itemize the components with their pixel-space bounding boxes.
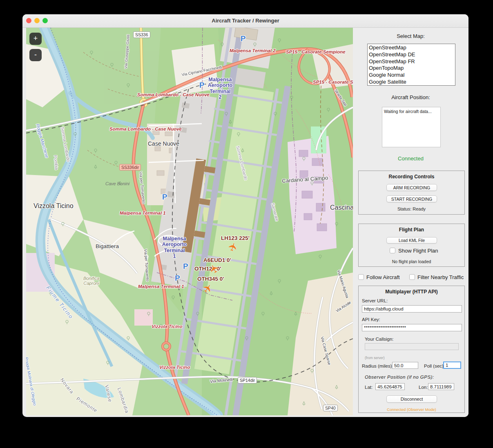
map-option[interactable]: OpenStreetMap FR <box>369 58 455 65</box>
lat-input[interactable] <box>375 383 405 390</box>
radius-input[interactable] <box>392 362 418 369</box>
callsign-hint: (from server) <box>365 356 385 360</box>
map-select-listbox[interactable]: OpenStreetMap OpenStreetMap DE OpenStree… <box>367 44 455 86</box>
filter-traffic-checkbox[interactable] <box>409 274 415 280</box>
recording-controls-title: Recording Controls <box>359 174 464 180</box>
recording-controls-group: Recording Controls ARM RECORDING START R… <box>358 171 465 215</box>
app-window: Aircraft Tracker / Rewinger <box>22 14 468 417</box>
map-zoom-out-button[interactable]: - <box>29 49 42 61</box>
poll-label: Poll (sec): <box>424 364 445 368</box>
map-option[interactable]: Google Satellite <box>369 79 455 86</box>
filter-traffic-label: Filter Nearby Traffic <box>417 274 464 280</box>
map-canvas <box>26 28 353 415</box>
lon-label: Lon: <box>419 385 428 390</box>
follow-aircraft-label: Follow Aircraft <box>366 274 400 280</box>
connection-status: Connected <box>353 155 468 162</box>
arm-recording-button[interactable]: ARM RECORDING <box>386 184 437 191</box>
api-key-input[interactable] <box>362 324 462 331</box>
multiplayer-group: Multiplayer (HTTP API) Server URL: API K… <box>358 286 465 413</box>
recording-status: Status: Ready <box>359 206 464 211</box>
map-option[interactable]: OpenTopoMap <box>369 65 455 72</box>
callsign-input[interactable] <box>365 343 459 350</box>
map-option[interactable]: OpenStreetMap DE <box>369 51 455 58</box>
lat-label: Lat: <box>365 385 373 390</box>
follow-aircraft-checkbox[interactable] <box>358 274 364 280</box>
server-url-input[interactable] <box>362 305 462 313</box>
disconnect-button[interactable]: Disconnect <box>386 395 437 403</box>
poll-input[interactable] <box>443 362 461 369</box>
lon-input[interactable] <box>428 383 454 390</box>
callsign-label: Your Callsign: <box>365 337 394 342</box>
flight-plan-group: Flight Plan Load KML File Show Flight Pl… <box>358 224 465 267</box>
map-view[interactable]: + - SS336 SS336dir SP14dir SP40 Malpensa… <box>26 28 353 415</box>
map-option[interactable]: Google Normal <box>369 72 455 79</box>
control-panel: Select Map: OpenStreetMap OpenStreetMap … <box>353 28 468 417</box>
show-flight-plan-label: Show Flight Plan <box>398 248 438 254</box>
aircraft-position-box[interactable]: Waiting for aircraft data... <box>382 107 441 147</box>
start-recording-button[interactable]: START RECORDING <box>386 195 437 202</box>
map-zoom-in-button[interactable]: + <box>29 33 42 45</box>
flight-plan-status: No flight plan loaded <box>359 259 464 264</box>
window-title: Aircraft Tracker / Rewinger <box>22 18 468 24</box>
server-url-label: Server URL: <box>362 298 388 303</box>
multiplayer-status: Connected (Observer Mode) <box>359 407 464 412</box>
map-option[interactable]: OpenStreetMap <box>369 44 455 51</box>
flight-plan-title: Flight Plan <box>359 227 464 233</box>
radius-label: Radius (miles): <box>362 364 393 368</box>
aircraft-position-label: Aircraft Position: <box>353 94 468 100</box>
load-kml-button[interactable]: Load KML File <box>386 237 437 244</box>
api-key-label: API Key: <box>362 317 380 322</box>
multiplayer-title: Multiplayer (HTTP API) <box>359 289 464 295</box>
observer-position-label: Observer Position (if no GPS): <box>365 375 434 379</box>
show-flight-plan-checkbox[interactable] <box>390 248 395 253</box>
title-bar: Aircraft Tracker / Rewinger <box>22 14 468 28</box>
select-map-label: Select Map: <box>353 33 468 39</box>
